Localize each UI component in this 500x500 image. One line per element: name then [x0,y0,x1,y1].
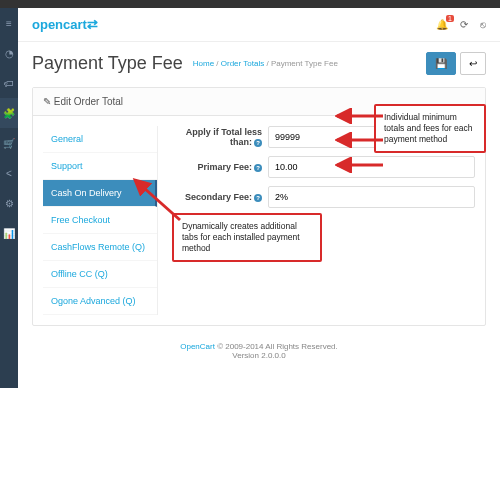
tab-ogone[interactable]: Ogone Advanced (Q) [43,288,157,315]
breadcrumb-home[interactable]: Home [193,59,214,68]
logo: opencart⇄ [32,17,98,32]
back-button[interactable]: ↩ [460,52,486,75]
admin-sidebar: ≡ ◔ 🏷 🧩 🛒 < ⚙ 📊 [0,8,18,388]
callout-fees: Individual minimum totals and fees for e… [374,104,486,153]
cart-icon[interactable]: 🛒 [0,128,18,158]
window-titlebar [0,0,500,8]
payment-tabs: General Support Cash On Delivery Free Ch… [43,126,158,315]
tab-support[interactable]: Support [43,153,157,180]
refresh-icon[interactable]: ⟳ [460,19,468,30]
page-title: Payment Type Fee [32,53,183,74]
breadcrumb-parent[interactable]: Order Totals [221,59,264,68]
primary-label: Primary Fee:? [168,162,268,172]
footer: OpenCart © 2009-2014 All Rights Reserved… [18,342,500,360]
save-button[interactable]: 💾 [426,52,456,75]
tag-icon[interactable]: 🏷 [0,68,18,98]
dashboard-icon[interactable]: ◔ [0,38,18,68]
extensions-icon[interactable]: 🧩 [0,98,18,128]
breadcrumb-current: Payment Type Fee [271,59,338,68]
gear-icon[interactable]: ⚙ [0,188,18,218]
share-icon[interactable]: < [0,158,18,188]
secondary-label: Secondary Fee:? [168,192,268,202]
footer-link[interactable]: OpenCart [180,342,215,351]
logout-icon[interactable]: ⎋ [480,19,486,30]
help-icon[interactable]: ? [254,194,262,202]
top-header: opencart⇄ 🔔1 ⟳ ⎋ [18,8,500,42]
primary-input[interactable] [268,156,475,178]
chart-icon[interactable]: 📊 [0,218,18,248]
callout-tabs: Dynamically creates additional tabs for … [172,213,322,262]
notifications-icon[interactable]: 🔔1 [436,19,448,30]
help-icon[interactable]: ? [254,164,262,172]
tab-offline-cc[interactable]: Offline CC (Q) [43,261,157,288]
tab-cashflows[interactable]: CashFlows Remote (Q) [43,234,157,261]
notification-badge: 1 [446,15,454,22]
tab-general[interactable]: General [43,126,157,153]
breadcrumb: Home / Order Totals / Payment Type Fee [193,59,338,68]
version-text: Version 2.0.0.0 [232,351,285,360]
secondary-input[interactable] [268,186,475,208]
tab-free-checkout[interactable]: Free Checkout [43,207,157,234]
page-header: Payment Type Fee Home / Order Totals / P… [18,42,500,81]
apply-label: Apply if Total less than:? [168,127,268,147]
help-icon[interactable]: ? [254,139,262,147]
tab-cash-on-delivery[interactable]: Cash On Delivery [43,180,157,207]
menu-icon[interactable]: ≡ [0,8,18,38]
